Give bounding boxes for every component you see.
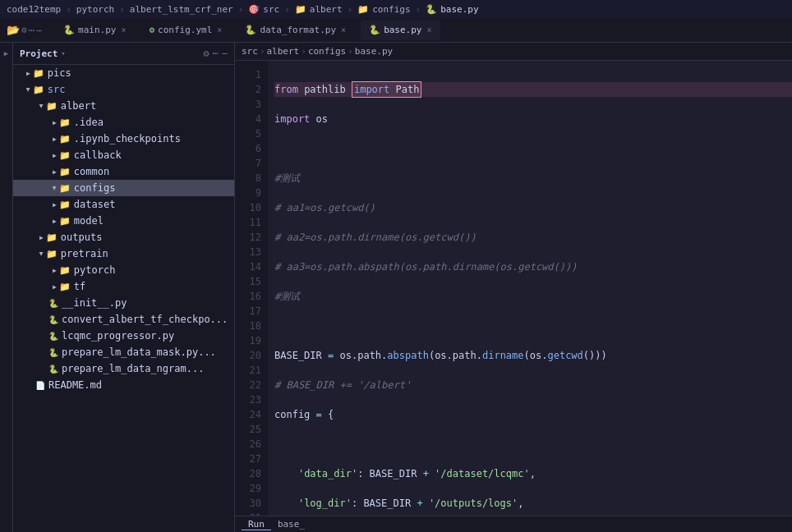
- tab-data-format-label: data_format.py: [260, 25, 336, 35]
- minimize-icon[interactable]: −: [36, 25, 42, 36]
- close-data-format[interactable]: ×: [341, 25, 346, 34]
- sidebar-item-model-label: model: [74, 215, 104, 227]
- sidebar-item-src-label: src: [48, 84, 66, 95]
- main-layout: ▶ Project ▾ ⚙ ⋯ − ▶ 📁 pics ▶ 📁 src: [0, 43, 792, 532]
- sidebar-item-src[interactable]: ▶ 📁 src: [13, 81, 234, 98]
- close-config-yml[interactable]: ×: [217, 25, 222, 34]
- folder-icon-pics: 📁: [33, 68, 44, 79]
- sidebar-item-convert[interactable]: 🐍 convert_albert_tf_checkpo...: [13, 311, 234, 328]
- activity-bar: ▶: [0, 43, 13, 532]
- chevron-idea-icon: ▶: [53, 119, 57, 126]
- file-icon-prepare-mask: 🐍: [48, 348, 58, 357]
- folder-icon-ipynb: 📁: [59, 134, 71, 144]
- file-icon-readme: 📄: [35, 381, 45, 390]
- code-line-2: import os: [274, 112, 792, 126]
- chevron-callback-icon: ▶: [53, 152, 57, 159]
- sidebar: Project ▾ ⚙ ⋯ − ▶ 📁 pics ▶ 📁 src ▶ 📁 alb…: [13, 43, 235, 532]
- tab-base-py-label: base.py: [384, 25, 421, 35]
- file-icon-convert: 🐍: [48, 315, 58, 324]
- sidebar-item-pytorch[interactable]: ▶ 📁 pytorch: [13, 262, 234, 278]
- more-icon[interactable]: ⋯: [29, 25, 35, 36]
- chevron-down-icon: ▾: [61, 49, 65, 57]
- sidebar-item-pretrain-label: pretrain: [61, 248, 108, 259]
- import-highlight: import Path: [352, 81, 421, 98]
- sidebar-item-prepare-mask-label: prepare_lm_data_mask.py...: [62, 346, 216, 358]
- chevron-down-src-icon: ▶: [25, 88, 32, 92]
- file-icon-init: 🐍: [48, 299, 58, 308]
- sidebar-item-prepare-mask[interactable]: 🐍 prepare_lm_data_mask.py...: [13, 344, 234, 360]
- bottom-tab-base[interactable]: base_: [271, 519, 311, 530]
- sidebar-item-prepare-ngram[interactable]: 🐍 prepare_lm_data_ngram...: [13, 360, 234, 377]
- sidebar-item-tf[interactable]: ▶ 📁 tf: [13, 278, 234, 295]
- folder-icon-src: 📁: [33, 85, 44, 95]
- settings-icon[interactable]: ⚙: [21, 25, 27, 35]
- sidebar-item-dataset-label: dataset: [74, 199, 116, 210]
- sidebar-item-ipynb[interactable]: ▶ 📁 .ipynb_checkpoints: [13, 131, 234, 147]
- code-line-15: 'log_dir': BASE_DIR + '/outputs/logs',: [274, 496, 792, 511]
- sidebar-header: Project ▾ ⚙ ⋯ −: [13, 43, 234, 65]
- file-icon-prepare-ngram: 🐍: [48, 365, 58, 374]
- sidebar-item-callback-label: callback: [74, 149, 122, 161]
- tab-base-py[interactable]: 🐍 base.py ×: [361, 21, 440, 40]
- sidebar-item-configs[interactable]: ▶ 📁 configs: [13, 180, 234, 196]
- sidebar-item-convert-label: convert_albert_tf_checkpo...: [62, 314, 228, 325]
- sidebar-title: Project: [20, 48, 58, 59]
- bottom-tab-run[interactable]: Run: [242, 519, 271, 530]
- sidebar-item-model[interactable]: ▶ 📁 model: [13, 213, 234, 229]
- chevron-pytorch-icon: ▶: [53, 267, 57, 274]
- code-line-12: config = {: [274, 407, 792, 422]
- sidebar-item-pics-label: pics: [48, 67, 71, 79]
- sidebar-item-lcqmc-label: lcqmc_progressor.py: [62, 330, 174, 342]
- bc-base-py[interactable]: base.py: [355, 46, 393, 57]
- sidebar-item-prepare-ngram-label: prepare_lm_data_ngram...: [62, 363, 204, 374]
- sidebar-item-callback[interactable]: ▶ 📁 callback: [13, 147, 234, 163]
- sidebar-item-readme[interactable]: 📄 README.md: [13, 377, 234, 393]
- folder-icon-pretrain: 📁: [46, 249, 58, 259]
- close-main-py[interactable]: ×: [121, 25, 126, 34]
- tab-config-yml[interactable]: ⚙ config.yml ×: [140, 21, 230, 40]
- py-icon-3: 🐍: [369, 25, 380, 35]
- code-editor[interactable]: from pathlib import Path import os #测试 #…: [268, 61, 792, 516]
- code-line-7: # aa3=os.path.abspath(os.path.dirname(os…: [274, 259, 792, 274]
- bc-src[interactable]: src: [242, 46, 258, 57]
- close-base-py[interactable]: ×: [426, 25, 431, 34]
- tab-main-py[interactable]: 🐍 main.py ×: [55, 21, 134, 40]
- bc-configs[interactable]: configs: [308, 46, 346, 57]
- sidebar-item-ipynb-label: .ipynb_checkpoints: [74, 133, 181, 144]
- sidebar-item-pytorch-label: pytorch: [74, 264, 116, 276]
- title-project: code12temp: [7, 4, 61, 15]
- sidebar-toggle[interactable]: 📂: [7, 24, 20, 36]
- py-icon: 🐍: [63, 25, 75, 35]
- minus-sidebar-icon[interactable]: −: [222, 48, 228, 59]
- settings-sidebar-icon[interactable]: ⚙: [203, 48, 209, 59]
- bc-albert[interactable]: albert: [267, 46, 300, 57]
- file-icon-lcqmc: 🐍: [48, 332, 58, 341]
- sidebar-item-common[interactable]: ▶ 📁 common: [13, 163, 234, 180]
- tab-data-format-py[interactable]: 🐍 data_format.py ×: [237, 21, 354, 40]
- sidebar-item-readme-label: README.md: [48, 379, 102, 391]
- chevron-tf-icon: ▶: [53, 283, 57, 291]
- sidebar-item-pics[interactable]: ▶ 📁 pics: [13, 65, 234, 81]
- sidebar-item-dataset[interactable]: ▶ 📁 dataset: [13, 196, 234, 213]
- sidebar-item-common-label: common: [74, 166, 109, 177]
- title-bar: code12temp › pytorch › albert_lstm_crf_n…: [0, 0, 792, 18]
- sidebar-item-init-py[interactable]: 🐍 __init__.py: [13, 295, 234, 311]
- folder-icon-pytorch: 📁: [59, 265, 71, 276]
- code-line-14: 'data_dir': BASE_DIR + '/dataset/lcqmc',: [274, 466, 792, 481]
- code-line-5: # aa1=os.getcwd(): [274, 200, 792, 215]
- chevron-common-icon: ▶: [53, 168, 57, 176]
- sidebar-item-idea[interactable]: ▶ 📁 .idea: [13, 114, 234, 131]
- code-container: 12345 678910 1112131415 1617181920 21222…: [235, 61, 792, 516]
- code-line-4: #测试: [274, 171, 792, 186]
- chevron-model-icon: ▶: [53, 218, 57, 225]
- more-sidebar-icon[interactable]: ⋯: [213, 48, 219, 59]
- code-line-3: [274, 141, 792, 156]
- yml-icon: ⚙: [149, 25, 154, 35]
- sidebar-item-pretrain[interactable]: ▶ 📁 pretrain: [13, 245, 234, 262]
- sidebar-item-configs-label: configs: [74, 182, 116, 194]
- run-icon[interactable]: ▶: [2, 49, 11, 57]
- sidebar-item-lcqmc[interactable]: 🐍 lcqmc_progressor.py: [13, 328, 234, 344]
- sidebar-item-outputs[interactable]: ▶ 📁 outputs: [13, 229, 234, 245]
- code-line-6: # aa2=os.path.dirname(os.getcwd()): [274, 230, 792, 245]
- sidebar-item-albert[interactable]: ▶ 📁 albert: [13, 98, 234, 114]
